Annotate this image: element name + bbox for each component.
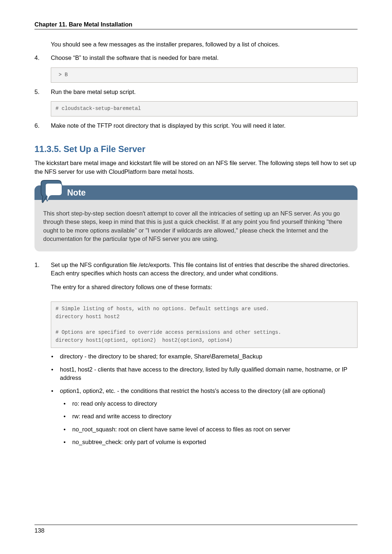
section-heading: 11.3.5. Set Up a File Server	[34, 143, 358, 155]
page-content: You should see a few messages as the ins…	[34, 40, 358, 447]
code-block: > B	[51, 67, 358, 83]
code-block: # cloudstack-setup-baremetal	[51, 101, 358, 116]
note-admonition: Note This short step-by-step section doe…	[34, 185, 358, 251]
page-header: Chapter 11. Bare Metal Installation	[34, 21, 358, 29]
step-1: 1. Set up the NFS configuration file /et…	[34, 261, 358, 296]
note-body: This short step-by-step section doesn't …	[34, 200, 358, 245]
step-1-code-wrap: # Simple listing of hosts, with no optio…	[51, 301, 358, 348]
step-4: 4. Choose “B” to install the software th…	[34, 54, 358, 62]
bullet-hosts: • host1, host2 - clients that have acces…	[51, 365, 358, 382]
step-body: Set up the NFS configuration file /etc/e…	[51, 261, 358, 296]
step-text: Run the bare metal setup script.	[51, 88, 358, 96]
step-text: Set up the NFS configuration file /etc/e…	[51, 261, 358, 278]
bullet-text: ro: read only access to directory	[72, 399, 358, 408]
step-5: 5. Run the bare metal setup script.	[34, 88, 358, 96]
bullet-text: no_root_squash: root on client have same…	[72, 425, 358, 434]
bullet-marker: •	[64, 412, 72, 420]
bullet-text: no_subtree_check: only part of volume is…	[72, 438, 358, 446]
note-header: Note	[34, 185, 358, 200]
step-body: Make note of the TFTP root directory tha…	[51, 122, 358, 130]
bullet-text: host1, host2 - clients that have access …	[60, 365, 358, 382]
step-number: 5.	[34, 88, 51, 96]
sub-bullet-rw: • rw: read and write access to directory	[64, 412, 358, 420]
chapter-title: Chapter 11. Bare Metal Installation	[34, 21, 132, 28]
bullet-marker: •	[51, 365, 60, 382]
speech-bubble-icon	[38, 180, 64, 206]
sub-bullet-no-root-squash: • no_root_squash: root on client have sa…	[64, 425, 358, 434]
bullet-text: option1, option2, etc. - the conditions …	[60, 387, 358, 395]
step-text: Choose “B” to install the software that …	[51, 54, 358, 62]
step-number: 4.	[34, 54, 51, 62]
bullet-marker: •	[51, 352, 60, 361]
step-text-2: The entry for a shared directory follows…	[51, 283, 358, 291]
step-4-code-wrap: > B	[51, 67, 358, 83]
bullet-text: rw: read and write access to directory	[72, 412, 358, 420]
step-body: Choose “B” to install the software that …	[51, 54, 358, 62]
page-footer: 138	[34, 525, 358, 534]
sub-bullet-no-subtree-check: • no_subtree_check: only part of volume …	[64, 438, 358, 446]
section-paragraph: The kickstart bare metal image and kicks…	[34, 159, 358, 176]
step-6: 6. Make note of the TFTP root directory …	[34, 122, 358, 130]
step-number: 1.	[34, 261, 51, 296]
bullet-directory: • directory - the directory to be shared…	[51, 352, 358, 361]
step-body: Run the bare metal setup script.	[51, 88, 358, 96]
bullet-marker: •	[51, 387, 60, 395]
sub-bullet-ro: • ro: read only access to directory	[64, 399, 358, 408]
bullet-marker: •	[64, 399, 72, 408]
page-number: 138	[34, 527, 45, 534]
step-text: Make note of the TFTP root directory tha…	[51, 122, 358, 130]
bullet-marker: •	[64, 425, 72, 434]
code-block: # Simple listing of hosts, with no optio…	[51, 301, 358, 348]
note-label: Note	[67, 187, 86, 199]
step-number: 6.	[34, 122, 51, 130]
bullet-options: • option1, option2, etc. - the condition…	[51, 387, 358, 395]
bullet-marker: •	[64, 438, 72, 446]
step-5-code-wrap: # cloudstack-setup-baremetal	[51, 101, 358, 116]
intro-line: You should see a few messages as the ins…	[51, 40, 358, 49]
bullet-text: directory - the directory to be shared; …	[60, 352, 358, 361]
